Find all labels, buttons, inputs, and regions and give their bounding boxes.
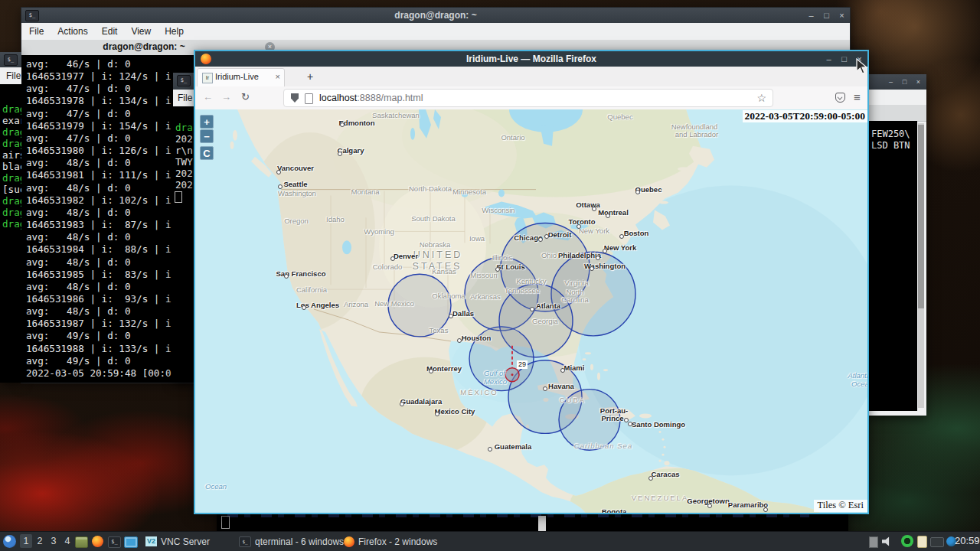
url-host: localhost [319,93,357,103]
menu-edit[interactable]: Edit [102,26,118,37]
city-dot [577,224,581,229]
taskbar-button-firefox[interactable]: Firefox - 2 windows [339,533,442,549]
middle-terminal-output: dra202r\nTWY202202 [173,106,195,191]
maximize-button[interactable]: □ [822,11,831,20]
tracking-shield-icon[interactable] [291,93,299,103]
city-dot [284,274,289,279]
titlebar[interactable]: $_ [173,73,195,90]
terminal-icon: $_ [177,75,191,86]
city-dot [278,184,283,189]
city-dot [530,307,534,311]
far-left-terminal-window: $_ File dragexardragdragairsblacdrag[suc… [0,52,21,383]
taskbar-button-qterminal[interactable]: $_ qterminal - 6 windows [234,533,348,549]
mouse-cursor [856,58,868,75]
workspace-4[interactable]: 4 [61,534,74,548]
terminal-content[interactable]: dra202r\nTWY202202 [173,106,195,383]
middle-terminal-window: $_ File dra202r\nTWY202202 [173,73,195,383]
menu-view[interactable]: View [131,26,151,37]
city-dot [495,267,500,272]
menubar [867,90,926,105]
vnc-logo-icon: V2 [145,536,157,546]
pocket-icon[interactable] [835,93,845,103]
navigation-toolbar: ← → ↻ localhost:8888/map.html ☆ ≡ [195,86,867,110]
map-canvas[interactable]: SaskatchewanQuebecOntarioNewfoundlandand… [195,109,867,513]
url-text[interactable]: localhost:8888/map.html [319,93,423,103]
workspace-1[interactable]: 1 [20,534,32,548]
app-menu-icon[interactable] [3,535,16,548]
menu-file[interactable]: File [6,70,21,81]
terminal-content[interactable]: dragexardragdragairsblacdrag[sucdragdrag… [0,84,21,383]
minimize-button[interactable]: – [824,55,834,64]
satellite-id-label: 29 [517,360,528,369]
url-bar[interactable]: localhost:8888/map.html ☆ [283,89,773,107]
city-dot [457,338,462,343]
terminal-content[interactable]: FEW250\ LSD BTN [868,121,917,411]
city-dot [400,402,404,406]
city-dot [560,368,565,373]
screen-share-icon[interactable] [930,537,944,547]
city-dot [435,412,439,416]
back-icon[interactable]: ← [203,91,213,103]
city-dot [488,447,492,452]
titlebar[interactable]: $_ dragon@dragon: ~ – □ × [21,8,850,23]
scrollbar[interactable] [918,123,924,408]
firefox-titlebar[interactable]: Iridium-Live — Mozilla Firefox – □ × [195,51,867,67]
firefox-window: Iridium-Live — Mozilla Firefox – □ × Ir … [194,50,869,514]
center-button[interactable]: C [200,146,214,160]
minimize-button[interactable]: – [886,78,896,86]
workspace-2[interactable]: 2 [34,534,46,548]
clipboard-icon[interactable] [917,536,927,548]
menu-help[interactable]: Help [165,26,184,37]
tab-close-icon[interactable]: × [276,72,280,81]
page-info-icon[interactable] [305,93,313,104]
titlebar[interactable]: – □ × [867,74,926,90]
hamburger-menu-icon[interactable]: ≡ [854,90,861,103]
firefox-launcher-icon[interactable] [92,536,103,547]
tab-iridium-live[interactable]: Ir Iridium-Live × [197,68,285,87]
city-dot [596,256,600,260]
taskbar: 1 2 3 4 $_ V2 VNC Server $_ qterminal - … [0,531,980,551]
new-tab-button[interactable]: + [302,69,318,84]
maximize-button[interactable]: □ [900,78,910,86]
workspace-3[interactable]: 3 [47,534,60,548]
taskbar-button-label: VNC Server [161,536,210,547]
map-timestamp: 2022-03-05T20:59:00-05:00 [743,110,867,122]
city-dot [276,170,281,174]
scrollbar[interactable] [538,516,546,531]
terminal-launcher-icon[interactable]: $_ [108,536,121,548]
taskbar-button-vnc[interactable]: V2 VNC Server [141,533,214,549]
close-button[interactable]: × [837,11,847,20]
url-path: :8888/map.html [357,93,423,103]
status-green-icon[interactable] [901,535,913,547]
menu-actions[interactable]: Actions [57,26,87,37]
tab-favicon: Ir [202,73,213,83]
keyboard-indicator-icon[interactable] [869,536,878,548]
city-dot [648,476,653,481]
tab-label: Iridium-Live [215,72,259,81]
city-dot [390,256,395,261]
reload-icon[interactable]: ↻ [241,91,250,103]
bookmark-star-icon[interactable]: ☆ [756,92,766,104]
close-button[interactable]: × [913,78,923,86]
city-dot [340,122,345,127]
display-icon[interactable] [124,536,138,548]
zoom-in-button[interactable]: + [200,115,214,129]
city-dot [592,207,596,211]
titlebar[interactable]: $_ [0,52,21,67]
zoom-out-button[interactable]: − [200,129,214,143]
volume-icon[interactable] [882,536,892,546]
taskbar-button-label: Firefox - 2 windows [358,536,437,547]
minimize-button[interactable]: – [806,11,816,20]
tab-strip: Ir Iridium-Live × + [195,67,867,87]
file-manager-icon[interactable] [75,536,88,548]
forward-icon[interactable]: → [221,91,231,103]
taskbar-button-label: qterminal - 6 windows [255,536,344,547]
menu-file[interactable]: File [178,93,192,103]
maximize-button[interactable]: □ [839,55,849,64]
menu-file[interactable]: File [29,26,44,37]
terminal-icon: $_ [4,54,18,66]
city-dot [763,507,768,512]
city-dot [449,314,453,318]
desktop: $_ dragon@dragon: ~ – □ × FileActionsEdi… [0,0,980,551]
firefox-window-title: Iridium-Live — Mozilla Firefox [195,54,867,64]
